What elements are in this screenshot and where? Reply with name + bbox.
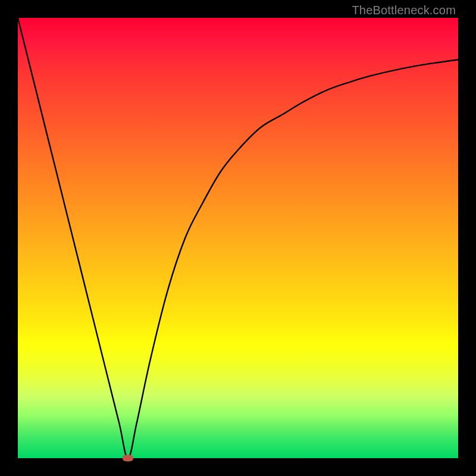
plot-area	[18, 18, 458, 458]
watermark-text: TheBottleneck.com	[352, 4, 456, 17]
chart-frame: TheBottleneck.com	[0, 0, 476, 476]
minimum-marker	[123, 455, 133, 462]
bottleneck-curve	[18, 18, 458, 458]
